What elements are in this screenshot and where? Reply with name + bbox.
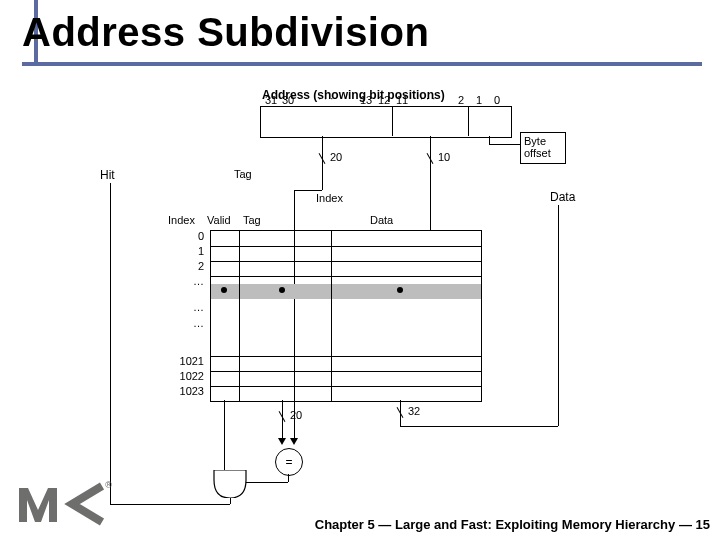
title-accent-rule bbox=[22, 62, 702, 66]
cache-row bbox=[211, 261, 481, 262]
hit-label: Hit bbox=[100, 168, 115, 182]
footer-chapter: Chapter 5 bbox=[315, 517, 375, 532]
byte-offset-lead bbox=[489, 144, 523, 145]
idx-1: 1 bbox=[164, 245, 204, 257]
hdr-index: Index bbox=[168, 214, 195, 226]
bit-31: 31 bbox=[265, 94, 277, 106]
publisher-logo-icon: ® bbox=[16, 482, 106, 526]
dataout-wire-h bbox=[400, 426, 558, 427]
tap-tag bbox=[279, 287, 285, 293]
bit-ellipsis-a: · · · bbox=[318, 92, 333, 104]
tag-bus-h1 bbox=[294, 190, 322, 191]
and-out-h bbox=[110, 504, 230, 505]
address-sep-index-byte bbox=[468, 106, 469, 136]
bit-13: 13 bbox=[360, 94, 372, 106]
comparator-label: = bbox=[285, 455, 292, 469]
address-sep-tag-index bbox=[392, 106, 393, 136]
tag-bus-width: 20 bbox=[330, 151, 342, 163]
bit-1: 1 bbox=[476, 94, 482, 106]
cache-row bbox=[211, 386, 481, 387]
tag-label: Tag bbox=[234, 168, 252, 180]
cache-col-tag bbox=[239, 231, 240, 401]
footer-title: Large and Fast: Exploiting Memory Hierar… bbox=[395, 517, 675, 532]
hdr-valid: Valid bbox=[207, 214, 231, 226]
bit-ellipsis-b: · · · bbox=[420, 92, 435, 104]
tagout-arrow-to-eq bbox=[278, 438, 286, 445]
and-out-stub bbox=[230, 498, 231, 504]
tag-bus-arrow-to-eq bbox=[290, 438, 298, 445]
footer-page: 15 bbox=[696, 517, 710, 532]
slide-title: Address Subdivision bbox=[22, 10, 710, 55]
tap-valid bbox=[221, 287, 227, 293]
tagout-width: 20 bbox=[290, 409, 302, 421]
idx-1023: 1023 bbox=[164, 385, 204, 397]
idx-2: 2 bbox=[164, 260, 204, 272]
cache-highlight-row bbox=[211, 284, 481, 299]
cache-row bbox=[211, 371, 481, 372]
footer-sep2: — bbox=[679, 517, 692, 532]
index-label: Index bbox=[316, 192, 343, 204]
slide-footer: Chapter 5 — Large and Fast: Exploiting M… bbox=[0, 517, 710, 532]
data-label: Data bbox=[550, 190, 575, 204]
footer-sep: — bbox=[378, 517, 391, 532]
idx-1022: 1022 bbox=[164, 370, 204, 382]
comparator: = bbox=[275, 448, 303, 476]
address-box bbox=[260, 106, 512, 138]
idx-1021: 1021 bbox=[164, 355, 204, 367]
bit-2: 2 bbox=[458, 94, 464, 106]
index-bus-v1 bbox=[430, 136, 431, 230]
hdr-tag: Tag bbox=[243, 214, 261, 226]
idx-0: 0 bbox=[164, 230, 204, 242]
bit-11: 11 bbox=[396, 94, 408, 106]
idx-ell2: … bbox=[164, 301, 204, 313]
dataout-wire-up bbox=[558, 205, 559, 426]
index-bus-width: 10 bbox=[438, 151, 450, 163]
cache-row bbox=[211, 246, 481, 247]
registered-mark: ® bbox=[105, 480, 112, 490]
and-gate bbox=[212, 470, 248, 498]
cache-row bbox=[211, 356, 481, 357]
bit-0: 0 bbox=[494, 94, 500, 106]
bit-12: 12 bbox=[378, 94, 390, 106]
idx-ell3: … bbox=[164, 317, 204, 329]
hdr-data: Data bbox=[370, 214, 393, 226]
eq-out-v bbox=[288, 474, 289, 482]
cache-col-data bbox=[331, 231, 332, 401]
dataout-width: 32 bbox=[408, 405, 420, 417]
cache-row bbox=[211, 276, 481, 277]
tap-data bbox=[397, 287, 403, 293]
cache-index-column: 0 1 2 … … … 1021 1022 1023 bbox=[170, 230, 204, 400]
tag-bus-v1 bbox=[322, 136, 323, 190]
byte-offset-stub bbox=[489, 136, 490, 144]
cache-table bbox=[210, 230, 482, 402]
idx-ell1: … bbox=[164, 275, 204, 287]
bit-30: 30 bbox=[282, 94, 294, 106]
valid-wire bbox=[224, 400, 225, 470]
slide-title-wrap: Address Subdivision bbox=[22, 10, 710, 55]
byte-offset-label: Byte offset bbox=[524, 135, 551, 159]
hit-wire-up bbox=[110, 183, 111, 504]
